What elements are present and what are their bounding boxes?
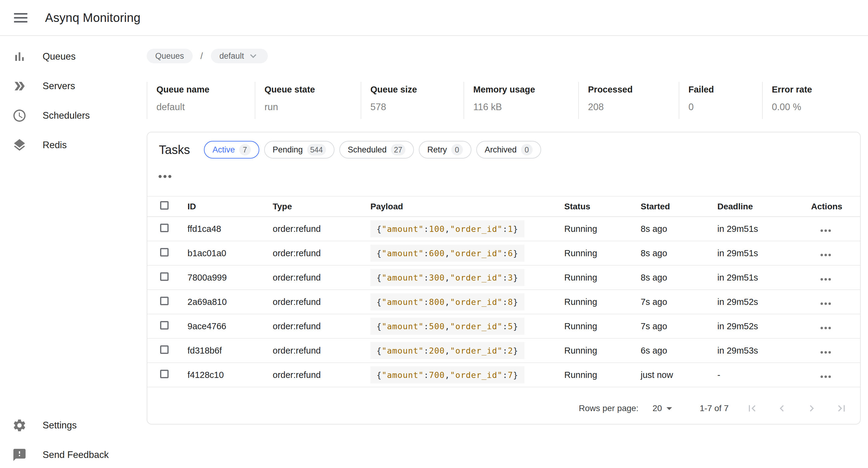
last-page-button[interactable]	[835, 402, 848, 415]
tab-pending[interactable]: Pending 544	[264, 141, 335, 159]
menu-icon[interactable]	[12, 9, 29, 26]
task-deadline: in 29m52s	[717, 290, 811, 314]
top-app-bar: Asynq Monitoring	[0, 0, 868, 36]
sidebar-item-label: Queues	[42, 51, 76, 62]
queue-stat: Error rate 0.00 %	[762, 82, 861, 119]
tasks-card: Tasks Active 7 Pending 544 Scheduled 27 …	[147, 132, 861, 425]
task-started: 6s ago	[641, 338, 717, 363]
task-type: order:refund	[273, 290, 370, 314]
stat-label: Processed	[588, 84, 679, 95]
stat-label: Queue size	[370, 84, 464, 95]
task-deadline: in 29m51s	[717, 266, 811, 290]
tab-scheduled[interactable]: Scheduled 27	[339, 141, 414, 159]
tab-active[interactable]: Active 7	[204, 141, 259, 159]
stat-value: 0	[688, 102, 762, 113]
task-payload-json: {"amount":800,"order_id":8}	[370, 293, 524, 310]
row-actions-button[interactable]	[819, 303, 832, 305]
tab-count-badge: 0	[451, 144, 463, 155]
sidebar: Queues Servers Schedulers Redis Settin	[0, 36, 147, 468]
row-actions-button[interactable]	[819, 254, 832, 256]
row-checkbox[interactable]	[160, 297, 168, 305]
column-header-type: Type	[273, 196, 370, 217]
row-actions-button[interactable]	[819, 229, 832, 232]
task-started: just now	[641, 363, 717, 387]
task-started: 7s ago	[641, 290, 717, 314]
task-status: Running	[564, 266, 641, 290]
previous-page-button[interactable]	[775, 402, 788, 415]
dropdown-arrow-icon	[662, 402, 676, 415]
row-actions-button[interactable]	[819, 351, 832, 353]
tab-label: Active	[212, 145, 235, 155]
task-payload-json: {"amount":100,"order_id":1}	[370, 220, 524, 237]
tab-label: Retry	[427, 145, 447, 155]
sidebar-item-label: Settings	[42, 420, 77, 431]
breadcrumb-queue-label: default	[219, 52, 244, 61]
queue-stat: Queue size 578	[361, 82, 464, 119]
task-started: 7s ago	[641, 314, 717, 338]
task-payload-json: {"amount":200,"order_id":2}	[370, 342, 524, 359]
breadcrumb-separator: /	[200, 51, 203, 61]
rows-per-page-value: 20	[653, 404, 662, 413]
sidebar-item-label: Servers	[42, 81, 75, 92]
row-checkbox[interactable]	[160, 272, 168, 281]
sidebar-item-label: Schedulers	[42, 110, 90, 121]
row-checkbox[interactable]	[160, 224, 168, 232]
queue-stat: Memory usage 116 kB	[464, 82, 578, 119]
sidebar-item-label: Send Feedback	[42, 449, 108, 460]
sidebar-item-queues[interactable]: Queues	[0, 42, 147, 71]
double-chevron-icon	[12, 79, 27, 93]
task-started: 8s ago	[641, 217, 717, 241]
task-payload-json: {"amount":600,"order_id":6}	[370, 245, 524, 262]
row-actions-button[interactable]	[819, 327, 832, 329]
next-page-button[interactable]	[805, 402, 818, 415]
breadcrumb-queue-select[interactable]: default	[211, 49, 268, 63]
row-actions-button[interactable]	[819, 375, 832, 378]
clock-icon	[12, 108, 27, 123]
select-all-checkbox[interactable]	[160, 201, 168, 210]
table-row: f4128c10 order:refund {"amount":700,"ord…	[147, 363, 861, 387]
task-type: order:refund	[273, 338, 370, 363]
app-title: Asynq Monitoring	[45, 11, 141, 25]
breadcrumb-queues-label: Queues	[155, 52, 184, 61]
first-page-button[interactable]	[746, 402, 758, 415]
row-actions-button[interactable]	[819, 278, 832, 281]
breadcrumb-queues-chip[interactable]: Queues	[147, 49, 193, 63]
table-row: 9ace4766 order:refund {"amount":500,"ord…	[147, 314, 861, 338]
queue-stats-strip: Queue name default Queue state run Queue…	[147, 82, 861, 119]
task-id: 2a69a810	[187, 290, 273, 314]
task-payload-json: {"amount":500,"order_id":5}	[370, 318, 524, 335]
breadcrumb: Queues / default	[147, 49, 861, 63]
tasks-title: Tasks	[159, 143, 190, 157]
task-started: 8s ago	[641, 266, 717, 290]
column-header-id: ID	[187, 196, 273, 217]
row-checkbox[interactable]	[160, 321, 168, 330]
tab-label: Pending	[273, 145, 303, 155]
sidebar-item-send-feedback[interactable]: Send Feedback	[0, 440, 147, 468]
row-checkbox[interactable]	[160, 345, 168, 354]
stat-value: run	[265, 102, 361, 113]
sidebar-item-redis[interactable]: Redis	[0, 130, 147, 160]
table-row: 7800a999 order:refund {"amount":300,"ord…	[147, 266, 861, 290]
column-header-actions: Actions	[811, 196, 861, 217]
table-row: 2a69a810 order:refund {"amount":800,"ord…	[147, 290, 861, 314]
tab-label: Archived	[485, 145, 517, 155]
stat-label: Failed	[688, 84, 762, 95]
gear-icon	[12, 418, 27, 433]
stat-value: 116 kB	[473, 102, 578, 113]
task-type: order:refund	[273, 241, 370, 266]
task-id: fd318b6f	[187, 338, 273, 363]
tab-archived[interactable]: Archived 0	[476, 141, 541, 159]
tab-count-badge: 0	[521, 144, 533, 155]
sidebar-item-schedulers[interactable]: Schedulers	[0, 101, 147, 130]
rows-per-page-select[interactable]: 20	[653, 402, 676, 415]
sidebar-item-servers[interactable]: Servers	[0, 71, 147, 101]
row-checkbox[interactable]	[160, 370, 168, 378]
sidebar-item-settings[interactable]: Settings	[0, 410, 147, 440]
task-id: 7800a999	[187, 266, 273, 290]
table-overflow-menu-button[interactable]	[158, 175, 172, 178]
stat-value: 578	[370, 102, 464, 113]
feedback-icon	[12, 447, 27, 462]
row-checkbox[interactable]	[160, 248, 168, 256]
tab-retry[interactable]: Retry 0	[419, 141, 471, 159]
task-id: 9ace4766	[187, 314, 273, 338]
